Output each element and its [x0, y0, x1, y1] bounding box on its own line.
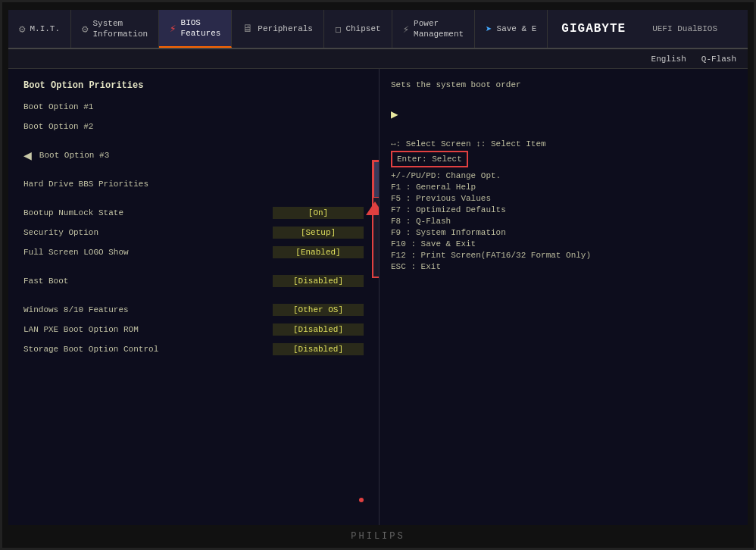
- logo-show-value[interactable]: [Enabled]: [273, 246, 364, 258]
- power-icon: ⚡: [403, 23, 409, 36]
- shortcut-enter-select: Enter: Select: [391, 151, 468, 167]
- shortcut-f7: F7 : Optimized Defaults: [391, 205, 736, 214]
- help-text: Sets the system boot order: [391, 80, 736, 89]
- shortcut-select-screen: ↔: Select Screen ↕: Select Item: [391, 139, 736, 148]
- shortcuts-section: ↔: Select Screen ↕: Select Item Enter: S…: [391, 139, 736, 273]
- shortcut-f9: F9 : System Information: [391, 228, 736, 237]
- tab-power-mgmt[interactable]: ⚡ PowerManagement: [392, 10, 475, 48]
- tab-mit-label: M.I.T.: [30, 23, 60, 34]
- uefi-label: UEFI DualBIOS: [652, 24, 717, 33]
- shortcut-f12: F12 : Print Screen(FAT16/32 Format Only): [391, 251, 736, 260]
- win810-value[interactable]: [Other OS]: [273, 304, 364, 316]
- tab-power-label: PowerManagement: [414, 18, 464, 40]
- fast-boot-value[interactable]: [Disabled]: [273, 275, 364, 287]
- system-info-icon: ⚙: [82, 23, 88, 36]
- tab-peripherals[interactable]: 🖥 Peripherals: [232, 10, 324, 48]
- tab-chipset[interactable]: ◻ Chipset: [324, 10, 392, 48]
- boot-option-2-label: Boot Option #2: [23, 122, 364, 131]
- lan-pxe-value[interactable]: [Disabled]: [273, 323, 364, 336]
- dropdown-arrow-indicator: [366, 202, 380, 215]
- storage-boot-row[interactable]: Storage Boot Option Control [Disabled]: [23, 341, 364, 358]
- hdd-bbs-label: Hard Drive BBS Priorities: [23, 180, 364, 189]
- boot-option-3-row: ◀ Boot Option #3: [23, 147, 364, 164]
- logo-show-label: Full Screen LOGO Show: [23, 248, 273, 257]
- shortcut-f5: F5 : Previous Values: [391, 194, 736, 203]
- storage-boot-label: Storage Boot Option Control: [23, 345, 273, 354]
- monitor-brand-label: PHILIPS: [2, 531, 754, 542]
- sub-header: English Q-Flash: [8, 49, 748, 69]
- right-panel: Sets the system boot order ▶ ↔: Select S…: [380, 69, 748, 525]
- numlock-label: Bootup NumLock State: [23, 208, 273, 217]
- hdd-bbs-row: Hard Drive BBS Priorities: [23, 176, 364, 192]
- shortcut-f8: F8 : Q-Flash: [391, 217, 736, 226]
- shortcut-change-opt: +/-/PU/PD: Change Opt.: [391, 171, 736, 180]
- tab-save-exit[interactable]: ➤ Save & E: [475, 10, 548, 48]
- shortcut-f1: F1 : General Help: [391, 183, 736, 192]
- fast-boot-row[interactable]: Fast Boot [Disabled]: [23, 273, 364, 289]
- bios-features-icon: ⚡: [170, 22, 176, 35]
- dropdown-item-p2[interactable]: [P2:ST1000DM003-1ER162]: [373, 242, 380, 277]
- tab-system-info-label: SystemInformation: [92, 18, 148, 40]
- logo-show-row[interactable]: Full Screen LOGO Show [Enabled]: [23, 244, 364, 261]
- tab-bios-features-label: BIOSFeatures: [181, 17, 221, 39]
- qflash-button[interactable]: Q-Flash: [701, 55, 736, 64]
- security-label: Security Option: [23, 228, 273, 237]
- tab-peripherals-label: Peripherals: [258, 23, 313, 34]
- save-exit-icon: ➤: [486, 23, 492, 36]
- security-row[interactable]: Security Option [Setup]: [23, 224, 364, 241]
- language-selector[interactable]: English: [651, 55, 686, 64]
- peripherals-icon: 🖥: [242, 23, 253, 35]
- red-dot-indicator: [359, 498, 364, 502]
- lan-pxe-label: LAN PXE Boot Option ROM: [23, 325, 273, 334]
- monitor-bezel: ⚙ M.I.T. ⚙ SystemInformation ⚡ BIOSFeatu…: [0, 0, 756, 550]
- nav-tabs: ⚙ M.I.T. ⚙ SystemInformation ⚡ BIOSFeatu…: [8, 10, 748, 49]
- main-content: Boot Option Priorities Boot Option #1 Bo…: [8, 69, 748, 525]
- lan-pxe-row[interactable]: LAN PXE Boot Option ROM [Disabled]: [23, 321, 364, 338]
- boot-option-2-row: Boot Option #2: [23, 118, 364, 135]
- mit-icon: ⚙: [19, 23, 25, 36]
- cursor-icon: ▶: [391, 107, 736, 122]
- boot-priorities-header: Boot Option Priorities: [23, 80, 364, 91]
- security-value[interactable]: [Setup]: [273, 227, 364, 239]
- boot-option-3-label: Boot Option #3: [39, 151, 364, 160]
- boot-option-1-label: Boot Option #1: [23, 102, 364, 111]
- bios-screen: ⚙ M.I.T. ⚙ SystemInformation ⚡ BIOSFeatu…: [8, 10, 748, 525]
- fast-boot-label: Fast Boot: [23, 277, 273, 286]
- win810-label: Windows 8/10 Features: [23, 305, 273, 314]
- boot-option-1-row: Boot Option #1: [23, 98, 364, 115]
- left-panel: Boot Option Priorities Boot Option #1 Bo…: [8, 69, 380, 525]
- numlock-row[interactable]: Bootup NumLock State [On]: [23, 205, 364, 221]
- dropdown-item-uefi-usb[interactable]: [UEFI: GeneralUSB Flash Disk0.00, Partit…: [373, 161, 380, 198]
- boot-option-dropdown[interactable]: [UEFI: GeneralUSB Flash Disk0.00, Partit…: [372, 160, 380, 278]
- brand-logo: GIGABYTE: [561, 22, 626, 36]
- shortcut-esc: ESC : Exit: [391, 262, 736, 271]
- tab-save-exit-label: Save & E: [497, 23, 537, 34]
- tab-bios-features[interactable]: ⚡ BIOSFeatures: [159, 10, 232, 48]
- numlock-value[interactable]: [On]: [273, 207, 364, 219]
- storage-boot-value[interactable]: [Disabled]: [273, 343, 364, 355]
- shortcut-f10: F10 : Save & Exit: [391, 239, 736, 248]
- tab-chipset-label: Chipset: [345, 23, 380, 34]
- tab-system-info[interactable]: ⚙ SystemInformation: [71, 10, 159, 48]
- chipset-icon: ◻: [335, 23, 341, 36]
- win810-row[interactable]: Windows 8/10 Features [Other OS]: [23, 302, 364, 318]
- tab-mit[interactable]: ⚙ M.I.T.: [8, 10, 71, 48]
- left-arrow-icon[interactable]: ◀: [23, 147, 32, 164]
